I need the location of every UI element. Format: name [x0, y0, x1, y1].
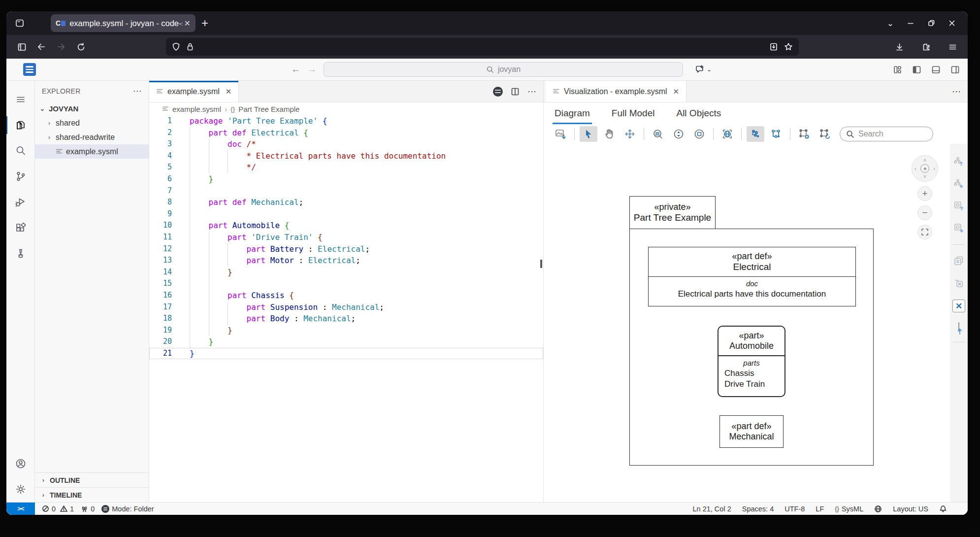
address-bar[interactable] [166, 38, 799, 56]
pan-right-icon[interactable]: › [933, 166, 935, 171]
nav-forward-icon[interactable]: → [307, 64, 317, 75]
customize-layout-icon[interactable] [893, 65, 902, 74]
select-remove-icon[interactable] [816, 126, 834, 142]
mechanical-node[interactable]: «part def» Mechanical [719, 415, 784, 448]
code-line-19[interactable]: 19 } [149, 325, 543, 336]
command-center-search[interactable]: jovyan [324, 62, 683, 77]
close-window-icon[interactable] [948, 19, 956, 27]
center-target-icon[interactable] [920, 164, 929, 173]
pan-down-icon[interactable]: ˅ [923, 174, 926, 179]
firefox-view-icon[interactable] [11, 15, 28, 32]
list-all-tabs-icon[interactable]: ⌄ [887, 18, 894, 29]
reload-icon[interactable] [72, 38, 89, 55]
split-editor-icon[interactable] [511, 87, 520, 96]
testing-flask-icon[interactable] [6, 240, 35, 266]
select-tool-icon[interactable] [580, 126, 597, 142]
diagram-search-input[interactable]: Search [840, 127, 933, 141]
save-page-icon[interactable] [769, 42, 778, 51]
editor-tab[interactable]: example.sysml ✕ [149, 81, 239, 102]
pan-up-icon[interactable]: ˄ [923, 158, 926, 163]
sidebar-toggle-icon[interactable] [13, 38, 30, 55]
group-more-actions-icon[interactable]: ⋯ [952, 86, 961, 97]
tree-item-shared-readwrite[interactable]: ›shared-readwrite [35, 130, 149, 144]
code-line-5[interactable]: 5 */ [149, 162, 543, 173]
close-element-icon[interactable]: ✕ [952, 300, 965, 312]
code-line-21[interactable]: 21} [149, 348, 543, 360]
menu-icon[interactable] [944, 38, 961, 55]
search-icon[interactable] [6, 138, 35, 164]
pan-left-icon[interactable]: ‹ [915, 166, 916, 171]
tree-item-example.sysml[interactable]: example.sysml [35, 144, 149, 159]
code-line-9[interactable]: 9 [149, 208, 543, 220]
frame-expand-icon[interactable] [953, 200, 965, 212]
mode-indicator[interactable]: Mode: Folder [101, 505, 154, 513]
automobile-node[interactable]: «part» Automobile parts Chassis Drive Tr… [718, 326, 785, 397]
code-line-1[interactable]: 1package 'Part Tree Example' { [149, 115, 543, 127]
breadcrumb-symbol[interactable]: Part Tree Example [238, 105, 299, 113]
view-tab-diagram[interactable]: Diagram [555, 102, 590, 124]
code-line-14[interactable]: 14 } [149, 267, 543, 278]
code-line-4[interactable]: 4 * Electrical parts have this documenta… [149, 150, 543, 162]
back-icon[interactable] [33, 38, 50, 55]
eol-sequence[interactable]: LF [816, 505, 824, 513]
code-line-20[interactable]: 20 } [149, 336, 543, 348]
encoding[interactable]: UTF-8 [784, 505, 805, 513]
breadcrumb-file[interactable]: example.sysml [172, 105, 221, 113]
downloads-icon[interactable] [891, 38, 908, 55]
code-line-18[interactable]: 18 part Body : Mechanical; [149, 313, 543, 325]
pan-pad[interactable]: ˄ ˅ ‹ › [912, 155, 938, 182]
breadcrumb[interactable]: example.sysml › {} Part Tree Example [149, 102, 543, 115]
tree-item-JOVYAN[interactable]: ⌄JOVYAN [35, 101, 149, 116]
code-line-3[interactable]: 3 doc /* [149, 138, 543, 150]
fit-screen-button[interactable] [917, 225, 932, 239]
select-add-icon[interactable] [795, 126, 813, 142]
tab-close-icon[interactable]: ✕ [184, 19, 191, 28]
settings-gear-icon[interactable] [6, 476, 35, 502]
toggle-secondary-sidebar-icon[interactable] [950, 65, 960, 74]
browser-tab[interactable]: C example.sysml - jovyan - code-s ✕ [51, 14, 196, 32]
remote-indicator[interactable]: >< [6, 503, 35, 515]
nav-back-icon[interactable]: ← [291, 64, 300, 75]
code-line-2[interactable]: 2 part def Electrical { [149, 127, 543, 139]
language-mode[interactable]: {} SysML [835, 505, 863, 513]
layout-grid-icon[interactable] [767, 126, 785, 142]
electrical-node[interactable]: «part def» Electrical doc Electrical par… [648, 247, 856, 306]
cursor-position[interactable]: Ln 21, Col 2 [693, 505, 731, 513]
minimize-icon[interactable] [907, 19, 915, 27]
hierarchy-expand-icon[interactable] [953, 156, 965, 168]
zoom-fit-width-icon[interactable] [649, 126, 667, 142]
copilot-chevron-icon[interactable]: ⌄ [707, 66, 712, 73]
copilot-button[interactable]: ⌄ [695, 65, 712, 74]
explorer-more-actions-icon[interactable]: ⋯ [133, 86, 142, 97]
forward-icon[interactable] [53, 38, 69, 55]
extensions-icon[interactable] [917, 38, 934, 55]
remove-nested-icon[interactable] [953, 277, 965, 289]
remove-frame-icon[interactable] [953, 255, 965, 267]
zoom-out-button[interactable]: − [917, 205, 932, 220]
code-line-11[interactable]: 11 part 'Drive Train' { [149, 232, 543, 243]
editor-more-actions-icon[interactable]: ⋯ [527, 86, 536, 97]
zoom-region-icon[interactable] [690, 126, 708, 142]
indentation[interactable]: Spaces: 4 [742, 505, 774, 513]
globe-icon[interactable] [874, 505, 882, 513]
outline-section[interactable]: › OUTLINE [35, 472, 149, 487]
sysml-refresh-visualization-icon[interactable] [493, 87, 503, 97]
source-control-icon[interactable] [6, 164, 35, 189]
bookmark-star-icon[interactable] [784, 42, 793, 51]
code-line-15[interactable]: 15 [149, 278, 543, 290]
timeline-section[interactable]: › TIMELINE [35, 487, 149, 502]
new-tab-button[interactable]: + [201, 16, 208, 30]
tab-close-icon[interactable]: ✕ [673, 87, 680, 96]
toggle-panel-icon[interactable] [931, 65, 941, 74]
package-tab-box[interactable]: «private» Part Tree Example [629, 196, 716, 229]
view-tab-all-objects[interactable]: All Objects [676, 102, 721, 124]
visualization-tab[interactable]: Visualization - example.sysml ✕ [546, 81, 686, 102]
code-line-17[interactable]: 17 part Suspension : Mechanical; [149, 302, 543, 313]
export-image-icon[interactable] [552, 126, 569, 142]
export-frame-icon[interactable] [958, 323, 959, 332]
restore-window-icon[interactable] [927, 19, 935, 27]
lock-icon[interactable] [186, 42, 194, 51]
code-line-7[interactable]: 7 [149, 185, 543, 197]
ports-indicator[interactable]: 0 [81, 505, 95, 513]
tab-close-icon[interactable]: ✕ [226, 87, 232, 96]
